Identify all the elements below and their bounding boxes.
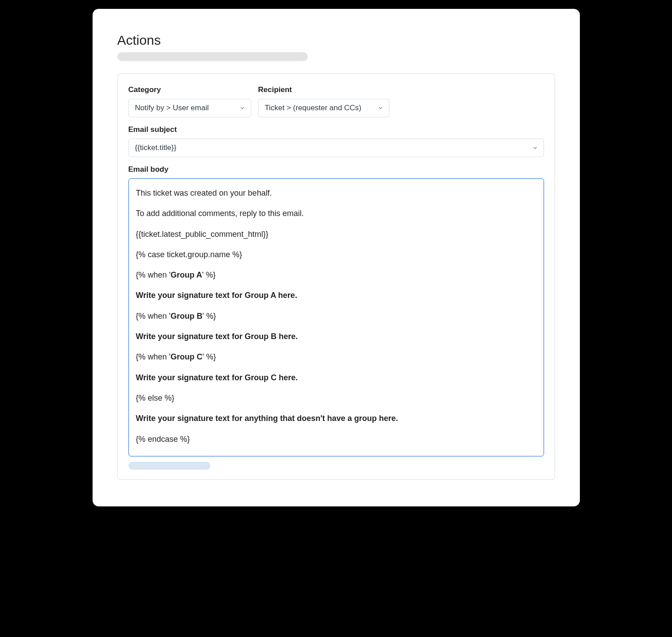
description-placeholder xyxy=(117,52,308,61)
email-subject-field: Email subject {{ticket.title}} xyxy=(128,125,544,157)
email-subject-select[interactable]: {{ticket.title}} xyxy=(128,139,544,157)
category-select[interactable]: Notify by > User email xyxy=(128,99,251,117)
body-line: {% when 'Group C' %} xyxy=(136,351,536,362)
chevron-down-icon xyxy=(532,145,538,151)
chevron-down-icon xyxy=(239,105,245,111)
body-line: {{ticket.latest_public_comment_html}} xyxy=(136,229,536,239)
placeholder-link[interactable] xyxy=(128,462,210,470)
action-card: Category Notify by > User email Recipien… xyxy=(117,73,555,480)
recipient-field: Recipient Ticket > (requester and CCs) xyxy=(258,85,389,117)
email-body-label: Email body xyxy=(128,165,544,174)
email-body-field: Email body This ticket was created on yo… xyxy=(128,165,544,470)
chevron-down-icon xyxy=(377,105,384,111)
body-line: {% when 'Group B' %} xyxy=(136,311,536,321)
recipient-select-value: Ticket > (requester and CCs) xyxy=(265,104,361,112)
body-line: Write your signature text for Group A he… xyxy=(136,290,536,301)
body-line: Write your signature text for Group B he… xyxy=(136,331,536,342)
category-label: Category xyxy=(128,85,251,94)
body-line: Write your signature text for anything t… xyxy=(136,413,536,424)
email-subject-value: {{ticket.title}} xyxy=(135,143,177,152)
category-field: Category Notify by > User email xyxy=(128,85,251,117)
email-subject-label: Email subject xyxy=(128,125,544,134)
actions-panel: Actions Category Notify by > User email … xyxy=(93,9,580,506)
body-line: {% case ticket.group.name %} xyxy=(136,249,536,260)
body-line: {% when 'Group A' %} xyxy=(136,270,536,280)
email-body-editor[interactable]: This ticket was created on your behalf.T… xyxy=(128,178,544,456)
recipient-label: Recipient xyxy=(258,85,389,94)
category-select-value: Notify by > User email xyxy=(135,104,209,112)
body-line: {% else %} xyxy=(136,393,536,403)
body-line: To add additional comments, reply to thi… xyxy=(136,208,536,219)
recipient-select[interactable]: Ticket > (requester and CCs) xyxy=(258,99,389,117)
body-line: Write your signature text for Group C he… xyxy=(136,372,536,383)
body-line: {% endcase %} xyxy=(136,434,536,444)
body-line: This ticket was created on your behalf. xyxy=(136,188,536,198)
page-title: Actions xyxy=(117,33,555,48)
